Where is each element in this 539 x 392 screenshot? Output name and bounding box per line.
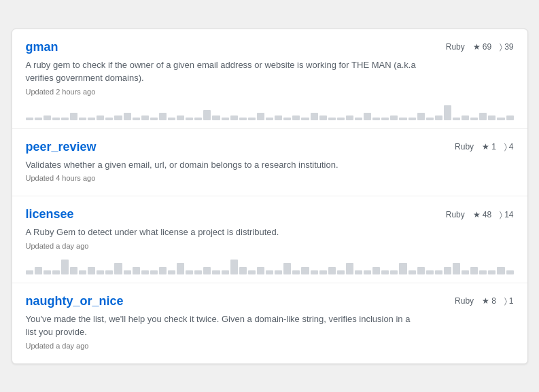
stars-count: 1 [491,142,496,152]
sparkline-bar [364,113,371,120]
sparkline-bar [52,118,60,120]
sparkline-bar [346,115,353,120]
sparkline-bar [230,115,238,120]
sparkline-bar [88,118,95,120]
repo-language: Ruby [446,210,465,219]
sparkline-bar [150,118,158,120]
repo-item: licenseeRuby★48〉14A Ruby Gem to detect u… [12,196,527,283]
sparkline-bar [408,118,416,120]
forks-count: 14 [504,210,513,219]
sparkline-bar [506,270,514,274]
sparkline-bar [177,115,184,120]
sparkline-bar [239,267,247,274]
sparkline-bar [319,115,327,120]
sparkline-bar [506,115,514,120]
sparkline-bar [194,270,202,274]
sparkline-bar [488,115,495,120]
repo-description: Validates whether a given email, url, or… [26,158,420,172]
sparkline-bar [222,270,229,274]
sparkline-bar [453,118,460,120]
sparkline-bar [301,267,309,274]
sparkline-bar [399,263,406,274]
repo-language: Ruby [446,42,465,52]
repo-updated: Updated a day ago [26,242,514,250]
sparkline-bar [417,113,425,120]
sparkline-bar [124,113,131,120]
repo-description: You've made the list, we'll help you che… [26,313,420,339]
sparkline-bar [337,270,345,274]
star-icon: ★ [473,42,481,52]
sparkline-bar [479,113,487,120]
sparkline-bar [328,267,336,274]
star-icon: ★ [482,142,489,152]
sparkline-bar [328,118,336,120]
forks-count: 39 [504,42,513,52]
sparkline-bar [311,270,318,274]
sparkline-bar [105,118,113,120]
repo-name-link[interactable]: naughty_or_nice [26,294,124,308]
sparkline-bar [488,270,495,274]
sparkline-bar [364,270,371,274]
repo-forks: 〉14 [500,210,513,219]
sparkline-bar [26,270,33,274]
repo-stars: ★48 [473,210,491,219]
sparkline-bar [70,267,77,274]
fork-icon: 〉 [504,296,507,306]
repo-item: peer_reviewRuby★1〉4Validates whether a g… [12,129,527,197]
sparkline-bar [141,270,149,274]
sparkline-bar [355,270,362,274]
sparkline-bar [292,270,300,274]
sparkline-bar [497,267,504,274]
repo-header: peer_reviewRuby★1〉4 [26,140,514,154]
sparkline-bar [292,115,300,120]
sparkline-bar [319,270,327,274]
sparkline-bar [390,270,398,274]
repo-forks: 〉39 [500,42,513,52]
sparkline-bar [301,118,309,120]
sparkline-bar [212,115,220,120]
sparkline-bar [168,118,175,120]
repo-meta: Ruby★48〉14 [446,210,514,219]
sparkline-bar [417,267,425,274]
sparkline-bar [79,118,86,120]
repo-meta: Ruby★8〉1 [455,296,513,306]
forks-count: 1 [509,296,514,306]
sparkline-bar [203,110,211,120]
sparkline-bar [150,270,158,274]
sparkline-bar [435,115,442,120]
repo-language: Ruby [455,142,474,152]
sparkline-bar [114,263,122,274]
repo-name-link[interactable]: peer_review [26,140,97,154]
sparkline-bar [311,113,318,120]
sparkline-bar [26,118,33,120]
repo-stars: ★8 [482,296,496,306]
sparkline-bar [239,118,247,120]
sparkline-bar [61,118,69,120]
sparkline-bar [114,115,122,120]
sparkline-bar [35,267,42,274]
repo-header: gmanRuby★69〉39 [26,40,514,54]
sparkline-bar [159,113,167,120]
sparkline-bar [462,270,469,274]
repo-header: licenseeRuby★48〉14 [26,207,514,221]
repo-name-link[interactable]: licensee [26,207,74,221]
sparkline-bar [283,263,291,274]
repo-updated: Updated 2 hours ago [26,88,514,96]
sparkline-bar [390,115,398,120]
stars-count: 69 [483,42,491,52]
sparkline-bar [497,118,504,120]
repo-updated: Updated a day ago [26,342,514,350]
sparkline-bar [97,270,104,274]
sparkline-bar [52,270,60,274]
sparkline-bar [159,267,167,274]
repo-language: Ruby [455,296,474,306]
sparkline-bar [372,118,380,120]
sparkline [26,255,514,274]
repo-name-link[interactable]: gman [26,40,58,54]
sparkline-bar [470,118,478,120]
repo-item: naughty_or_niceRuby★8〉1You've made the l… [12,283,527,363]
sparkline-bar [275,270,282,274]
sparkline-bar [186,270,193,274]
sparkline-bar [133,118,140,120]
star-icon: ★ [482,296,489,306]
